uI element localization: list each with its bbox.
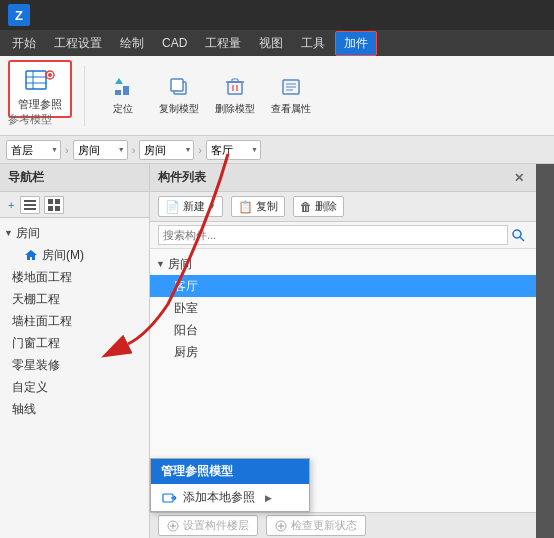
context-menu-add-label: 添加本地参照: [183, 489, 255, 506]
nav-list-view-btn[interactable]: [20, 196, 40, 214]
search-btn[interactable]: [508, 225, 528, 245]
manage-ref-label: 管理参照: [18, 98, 62, 111]
nav-add-btn[interactable]: +: [6, 199, 16, 211]
menu-quantity[interactable]: 工程量: [197, 32, 249, 55]
copy-component-icon: 📋: [238, 200, 253, 214]
btn-delete-label: 删除: [315, 199, 337, 214]
btn-copy-component[interactable]: 📋 复制: [231, 196, 285, 217]
delete-component-icon: 🗑: [300, 200, 312, 214]
menu-cad[interactable]: CAD: [154, 33, 195, 53]
menu-start[interactable]: 开始: [4, 32, 44, 55]
menu-draw[interactable]: 绘制: [112, 32, 152, 55]
house-icon: [24, 248, 38, 262]
comp-item-living[interactable]: 客厅: [150, 275, 536, 297]
nav-group-rooms-label: 房间: [16, 225, 40, 242]
nav-item-wall-label: 墙柱面工程: [12, 313, 72, 330]
left-panel: 导航栏 + ▼ 房间 房间(M) 楼: [0, 164, 150, 538]
nav-item-door-window-label: 门窗工程: [12, 335, 60, 352]
nav-expand-rooms: ▼: [4, 228, 13, 238]
nav-item-misc-label: 零星装修: [12, 357, 60, 374]
nav-item-floor[interactable]: 楼地面工程: [0, 266, 149, 288]
nav-item-axis[interactable]: 轴线: [0, 398, 149, 420]
btn-new-component[interactable]: 📄 新建 ▼: [158, 196, 223, 217]
path-level4[interactable]: 客厅: [206, 140, 261, 160]
nav-item-misc[interactable]: 零星装修: [0, 354, 149, 376]
comp-item-kitchen-label: 厨房: [174, 344, 198, 361]
svg-rect-13: [232, 79, 238, 82]
navigator-title: 导航栏: [8, 169, 44, 186]
menu-view[interactable]: 视图: [251, 32, 291, 55]
menu-bar: 开始 工程设置 绘制 CAD 工程量 视图 工具 加件: [0, 30, 554, 56]
svg-rect-7: [123, 86, 129, 95]
check-status-icon: [275, 520, 287, 532]
set-floor-icon: [167, 520, 179, 532]
component-list-title: 构件列表: [158, 169, 206, 186]
btn-copy-model[interactable]: 复制模型: [153, 70, 205, 122]
path-level2-wrap: 房间: [73, 140, 128, 160]
svg-rect-23: [48, 199, 53, 204]
nav-item-custom[interactable]: 自定义: [0, 376, 149, 398]
search-icon: [511, 228, 525, 242]
title-bar: Z: [0, 0, 554, 30]
search-input[interactable]: [158, 225, 508, 245]
btn-view-props[interactable]: 查看属性: [265, 70, 317, 122]
path-level3-wrap: 房间: [139, 140, 194, 160]
component-list-close-btn[interactable]: ✕: [510, 171, 528, 185]
context-menu-arrow: ▶: [265, 493, 272, 503]
btn-delete-model[interactable]: 删除模型: [209, 70, 261, 122]
relocate-icon: [111, 75, 135, 99]
ribbon: 管理参照 定位 复制模型: [0, 56, 554, 136]
context-menu-add-local-ref[interactable]: 添加本地参照 ▶: [151, 484, 309, 511]
navigator-header: 导航栏: [0, 164, 149, 192]
menu-tools[interactable]: 工具: [293, 32, 333, 55]
nav-item-room-m-label: 房间(M): [42, 247, 84, 264]
comp-item-bedroom-label: 卧室: [174, 300, 198, 317]
app-logo: Z: [8, 4, 30, 26]
btn-check-status[interactable]: 检查更新状态: [266, 515, 366, 536]
nav-item-room-m[interactable]: 房间(M): [0, 244, 149, 266]
btn-delete-component[interactable]: 🗑 删除: [293, 196, 344, 217]
nav-item-wall[interactable]: 墙柱面工程: [0, 310, 149, 332]
svg-line-29: [520, 237, 524, 241]
nav-tree: ▼ 房间 房间(M) 楼地面工程 天棚工程 墙柱面工程 门窗工程: [0, 218, 149, 538]
new-component-icon: 📄: [165, 200, 180, 214]
menu-project-settings[interactable]: 工程设置: [46, 32, 110, 55]
btn-set-floor[interactable]: 设置构件楼层: [158, 515, 258, 536]
nav-item-door-window[interactable]: 门窗工程: [0, 332, 149, 354]
path-level1[interactable]: 首层: [6, 140, 61, 160]
svg-rect-26: [55, 206, 60, 211]
ribbon-sep-1: [84, 66, 85, 126]
path-level2[interactable]: 房间: [73, 140, 128, 160]
nav-item-ceiling[interactable]: 天棚工程: [0, 288, 149, 310]
svg-rect-25: [48, 206, 53, 211]
btn-relocate[interactable]: 定位: [97, 70, 149, 122]
svg-point-28: [513, 230, 521, 238]
svg-rect-6: [115, 90, 121, 95]
component-list-header: 构件列表 ✕: [150, 164, 536, 192]
path-level3[interactable]: 房间: [139, 140, 194, 160]
btn-relocate-label: 定位: [113, 102, 133, 116]
nav-group-rooms[interactable]: ▼ 房间: [0, 222, 149, 244]
svg-rect-22: [24, 208, 36, 210]
nav-grid-view-btn[interactable]: [44, 196, 64, 214]
menu-plugin[interactable]: 加件: [335, 31, 377, 56]
manage-ref-button[interactable]: 管理参照: [8, 60, 72, 118]
svg-rect-0: [26, 71, 46, 89]
comp-item-balcony-label: 阳台: [174, 322, 198, 339]
svg-marker-27: [25, 250, 37, 260]
comp-item-kitchen[interactable]: 厨房: [150, 341, 536, 363]
svg-rect-24: [55, 199, 60, 204]
comp-group-rooms-label: 房间: [168, 256, 192, 273]
component-toolbar: 📄 新建 ▼ 📋 复制 🗑 删除: [150, 192, 536, 222]
comp-item-bedroom[interactable]: 卧室: [150, 297, 536, 319]
comp-item-balcony[interactable]: 阳台: [150, 319, 536, 341]
btn-copy-model-label: 复制模型: [159, 102, 199, 116]
path-sep-3: ›: [198, 144, 202, 156]
comp-group-rooms[interactable]: ▼ 房间: [150, 253, 536, 275]
svg-rect-21: [24, 204, 36, 206]
btn-delete-model-label: 删除模型: [215, 102, 255, 116]
svg-point-5: [48, 73, 52, 77]
comp-expand-rooms: ▼: [156, 259, 165, 269]
context-menu: 管理参照模型 添加本地参照 ▶: [150, 458, 310, 512]
right-panel: 构件列表 ✕ 📄 新建 ▼ 📋 复制 🗑 删除: [150, 164, 536, 538]
